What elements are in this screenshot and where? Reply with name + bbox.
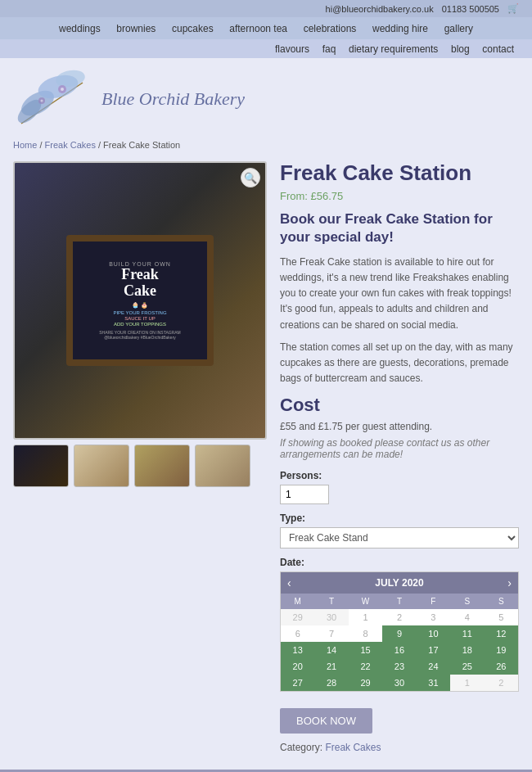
calendar-days-header: MTWTFSS <box>281 594 518 609</box>
calendar-day-cell[interactable]: 29 <box>349 675 382 691</box>
calendar-day-header: S <box>450 594 484 609</box>
main-nav: weddings brownies cupcakes afternoon tea… <box>0 17 532 39</box>
nav-blog[interactable]: blog <box>451 43 470 55</box>
nav-celebrations[interactable]: celebrations <box>304 23 357 34</box>
calendar-day-cell[interactable]: 24 <box>417 658 450 675</box>
category: Category: Freak Cakes <box>280 742 519 753</box>
calendar-week-row: 13141516171819 <box>281 642 518 658</box>
svg-point-6 <box>61 88 64 91</box>
breadcrumb-parent[interactable]: Freak Cakes <box>45 140 96 150</box>
nav-flavours[interactable]: flavours <box>275 43 309 55</box>
calendar-day-cell[interactable]: 13 <box>281 642 314 658</box>
chalkboard-sign: BUILD YOUR OWN FreakCake 🧁 🎂 PIPE YOUR F… <box>66 235 214 366</box>
calendar-body: 2930123456789101112131415161718192021222… <box>281 609 518 691</box>
thumbnail-4[interactable] <box>195 445 250 487</box>
product-price: From: £56.75 <box>280 190 519 202</box>
svg-point-8 <box>41 100 43 102</box>
cart-icon[interactable]: 🛒 <box>507 3 519 14</box>
calendar-day-cell: 5 <box>485 609 518 625</box>
persons-group: Persons: <box>280 470 519 504</box>
product-info: Freak Cake Station From: £56.75 Book our… <box>280 161 519 753</box>
calendar-day-cell[interactable]: 18 <box>450 642 484 658</box>
calendar-day-cell[interactable]: 30 <box>382 675 416 691</box>
calendar: ‹ JULY 2020 › MTWTFSS 293012345678910111… <box>280 571 519 692</box>
calendar-day-cell[interactable]: 14 <box>314 642 348 658</box>
calendar-day-cell[interactable]: 25 <box>450 658 484 675</box>
calendar-day-cell: 29 <box>281 609 314 625</box>
calendar-day-cell[interactable]: 10 <box>417 625 450 642</box>
calendar-day-cell[interactable]: 20 <box>281 658 314 675</box>
logo-area: Blue Orchid Bakery <box>13 66 245 132</box>
category-link[interactable]: Freak Cakes <box>325 742 381 753</box>
calendar-day-cell[interactable]: 19 <box>485 642 518 658</box>
calendar-day-cell: 7 <box>314 625 348 642</box>
calendar-day-cell[interactable]: 22 <box>349 658 382 675</box>
logo-text[interactable]: Blue Orchid Bakery <box>101 88 245 110</box>
calendar-day-cell: 4 <box>450 609 484 625</box>
main-image: BUILD YOUR OWN FreakCake 🧁 🎂 PIPE YOUR F… <box>13 161 267 440</box>
calendar-day-cell[interactable]: 16 <box>382 642 416 658</box>
calendar-day-cell[interactable]: 9 <box>382 625 416 642</box>
breadcrumb-home[interactable]: Home <box>13 140 37 150</box>
calendar-day-cell: 30 <box>314 609 348 625</box>
product-desc-1: The Freak Cake station is available to h… <box>280 255 519 333</box>
calendar-day-cell[interactable]: 17 <box>417 642 450 658</box>
calendar-day-cell[interactable]: 28 <box>314 675 348 691</box>
nav-weddings[interactable]: weddings <box>59 23 101 34</box>
calendar-day-cell: 1 <box>349 609 382 625</box>
breadcrumb-current: Freak Cake Station <box>103 140 180 150</box>
product-desc-2: The station comes all set up on the day,… <box>280 340 519 387</box>
calendar-day-cell[interactable]: 11 <box>450 625 484 642</box>
calendar-day-header: F <box>417 594 450 609</box>
calendar-day-cell[interactable]: 31 <box>417 675 450 691</box>
calendar-grid: MTWTFSS 29301234567891011121314151617181… <box>281 594 518 691</box>
cost-italic: If showing as booked please contact us a… <box>280 437 519 460</box>
calendar-week-row: 6789101112 <box>281 625 518 642</box>
calendar-day-header: T <box>382 594 416 609</box>
category-label: Category: <box>280 742 322 753</box>
date-label: Date: <box>280 557 519 568</box>
nav-gallery[interactable]: gallery <box>444 23 473 34</box>
calendar-day-header: S <box>485 594 518 609</box>
thumbnail-2[interactable] <box>74 445 129 487</box>
calendar-day-cell[interactable]: 12 <box>485 625 518 642</box>
persons-input[interactable] <box>280 485 329 504</box>
type-select[interactable]: Freak Cake Stand <box>280 527 519 549</box>
product-image-placeholder: BUILD YOUR OWN FreakCake 🧁 🎂 PIPE YOUR F… <box>15 163 265 438</box>
thumbnail-row <box>13 445 267 487</box>
magnify-button[interactable]: 🔍 <box>241 168 260 187</box>
nav-brownies[interactable]: brownies <box>116 23 156 34</box>
nav-dietary[interactable]: dietary requirements <box>349 43 438 55</box>
book-now-button[interactable]: BOOK NOW <box>280 708 372 734</box>
thumbnail-1[interactable] <box>13 445 69 487</box>
persons-label: Persons: <box>280 470 519 481</box>
email-link[interactable]: hi@blueorchidbakery.co.uk <box>326 4 434 14</box>
secondary-nav: flavours faq dietary requirements blog c… <box>0 39 532 58</box>
calendar-day-cell: 3 <box>417 609 450 625</box>
calendar-day-cell[interactable]: 27 <box>281 675 314 691</box>
calendar-day-cell[interactable]: 15 <box>349 642 382 658</box>
cost-heading: Cost <box>280 395 519 416</box>
calendar-day-cell: 1 <box>450 675 484 691</box>
product-title: Freak Cake Station <box>280 161 519 185</box>
calendar-day-cell: 6 <box>281 625 314 642</box>
main-content: BUILD YOUR OWN FreakCake 🧁 🎂 PIPE YOUR F… <box>0 153 532 761</box>
calendar-prev-button[interactable]: ‹ <box>287 576 291 589</box>
calendar-day-cell[interactable]: 26 <box>485 658 518 675</box>
phone-link[interactable]: 01183 500505 <box>442 4 499 14</box>
nav-contact[interactable]: contact <box>482 43 514 55</box>
nav-cupcakes[interactable]: cupcakes <box>172 23 214 34</box>
thumbnail-3[interactable] <box>134 445 190 487</box>
calendar-next-button[interactable]: › <box>507 576 512 589</box>
calendar-day-header: T <box>314 594 348 609</box>
calendar-day-cell[interactable]: 21 <box>314 658 348 675</box>
date-group: Date: ‹ JULY 2020 › MTWTFSS 293012345678… <box>280 557 519 692</box>
calendar-header: ‹ JULY 2020 › <box>281 572 518 594</box>
calendar-day-header: W <box>349 594 382 609</box>
nav-faq[interactable]: faq <box>322 43 336 55</box>
calendar-day-header: M <box>281 594 314 609</box>
top-bar: hi@blueorchidbakery.co.uk 01183 500505 🛒 <box>0 0 532 17</box>
nav-afternoon-tea[interactable]: afternoon tea <box>229 23 287 34</box>
calendar-day-cell[interactable]: 23 <box>382 658 416 675</box>
nav-wedding-hire[interactable]: wedding hire <box>372 23 428 34</box>
